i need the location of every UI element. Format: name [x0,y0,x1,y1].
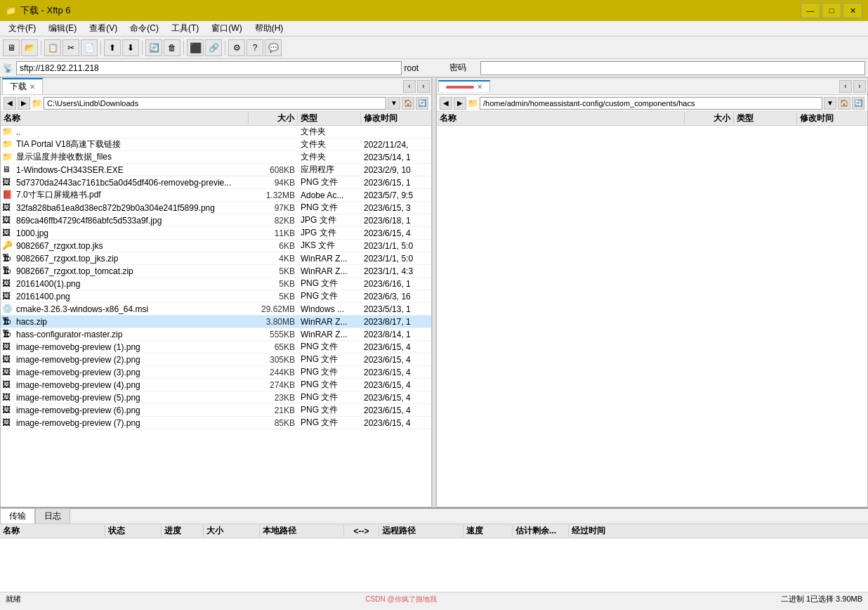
connect-button[interactable]: 🔗 [205,39,222,56]
settings-button[interactable]: ⚙ [228,39,245,56]
menu-command[interactable]: 命令(C) [124,21,164,36]
left-nav-prev[interactable]: ‹ [403,80,416,93]
right-col-type-header[interactable]: 类型 [734,112,797,124]
separator-1 [41,41,41,55]
left-file-item[interactable]: 🖼 20161400(1).png 5KB PNG 文件 2023/6/16, … [1,278,431,290]
left-refresh-btn[interactable]: 🔄 [416,97,428,110]
minimize-button[interactable]: — [801,3,820,18]
right-home-btn[interactable]: 🏠 [838,97,850,110]
left-home-btn[interactable]: 🏠 [402,97,414,110]
file-name: 32fa828ba61ea8d38ec872b29b0a304e241f5899… [15,203,249,213]
refresh-button[interactable]: 🔄 [145,39,162,56]
right-dropdown-btn[interactable]: ▼ [824,97,836,110]
right-forward-btn[interactable]: ▶ [454,97,466,110]
cut-button[interactable]: ✂ [63,39,79,56]
left-file-item[interactable]: 🖥 1-Windows-CH343SER.EXE 608KB 应用程序 2023… [1,164,431,176]
right-nav-prev[interactable]: ‹ [839,80,852,93]
right-col-size-header[interactable]: 大小 [685,112,734,124]
delete-button[interactable]: 🗑 [164,39,180,56]
left-file-item[interactable]: 🖼 image-removebg-preview (7).png 85KB PN… [1,417,431,429]
right-tab[interactable]: ✕ [438,80,490,92]
file-date: 2023/6/15, 3 [361,203,431,213]
file-name: 20161400.png [15,292,249,301]
left-file-item[interactable]: 🖼 20161400.png 5KB PNG 文件 2023/6/3, 16 [1,290,431,303]
right-col-name-header[interactable]: 名称 [437,112,685,124]
file-type: PNG 文件 [298,278,361,290]
paste-button[interactable]: 📄 [81,39,98,56]
file-icon: 💿 [2,304,13,315]
left-file-item[interactable]: 🖼 image-removebg-preview (6).png 21KB PN… [1,404,431,417]
bottom-tabs: 传输 日志 [0,509,868,524]
left-nav-next[interactable]: › [417,80,430,93]
bc-speed-header: 速度 [463,525,513,537]
close-button[interactable]: ✕ [843,3,862,18]
menu-window[interactable]: 窗口(W) [206,21,247,36]
open-button[interactable]: 📂 [21,39,38,56]
bc-name-header: 名称 [0,525,105,537]
menu-edit[interactable]: 编辑(E) [43,21,82,36]
right-col-date-header[interactable]: 修改时间 [797,112,867,124]
file-icon: 🖼 [2,177,13,188]
left-dropdown-btn[interactable]: ▼ [388,97,400,110]
left-file-item[interactable]: 🖼 1000.jpg 11KB JPG 文件 2023/6/15, 4 [1,227,431,240]
transfer-list [0,538,868,592]
file-type: PNG 文件 [298,417,361,429]
right-back-btn[interactable]: ◀ [440,97,452,110]
left-file-item[interactable]: 🗜 9082667_rzgxxt.top_jks.zip 4KB WinRAR … [1,252,431,265]
left-file-item[interactable]: 🗜 hass-configurator-master.zip 555KB Win… [1,328,431,341]
col-type-header[interactable]: 类型 [298,112,361,124]
menu-file[interactable]: 文件(F) [3,21,41,36]
left-file-item[interactable]: 🗜 9082667_rzgxxt.top_tomcat.zip 5KB WinR… [1,265,431,278]
password-input[interactable] [480,61,866,75]
left-file-item[interactable]: 📁 .. 文件夹 [1,126,431,138]
file-type: PNG 文件 [298,176,361,188]
menu-tools[interactable]: 工具(T) [166,21,204,36]
right-panel-nav: ‹ › [839,80,866,93]
left-forward-btn[interactable]: ▶ [18,97,30,110]
download-button[interactable]: ⬇ [122,39,139,56]
maximize-button[interactable]: □ [822,3,841,18]
sftp-address-input[interactable] [16,61,402,75]
left-file-item[interactable]: 🖼 image-removebg-preview (3).png 244KB P… [1,366,431,379]
file-size: 608KB [249,165,298,175]
left-back-btn[interactable]: ◀ [4,97,16,110]
right-nav-next[interactable]: › [853,80,866,93]
new-session-button[interactable]: 🖥 [3,39,20,56]
left-tab-download[interactable]: 下载 ✕ [2,78,43,94]
left-file-item[interactable]: 🖼 5d7370da2443ac7161bc5a0d45df406-remove… [1,176,431,189]
col-date-header[interactable]: 修改时间 [361,112,431,124]
transfer-tab[interactable]: 传输 [0,508,35,524]
left-file-item[interactable]: 💿 cmake-3.26.3-windows-x86_64.msi 29.62M… [1,303,431,316]
file-icon: 📕 [2,190,13,201]
log-tab[interactable]: 日志 [35,508,70,524]
help-btn[interactable]: ? [246,39,263,56]
right-path-input[interactable] [480,97,822,110]
right-refresh-btn[interactable]: 🔄 [852,97,864,110]
left-path-input[interactable] [44,97,386,110]
left-file-item[interactable]: 📁 TIA Portal V18高速下载链接 文件夹 2022/11/24, [1,138,431,151]
file-size: 21KB [249,405,298,415]
menu-help[interactable]: 帮助(H) [249,21,289,36]
left-file-item[interactable]: 🖼 869ca46ffb4729c4f86abfc5d533a9f.jpg 82… [1,214,431,227]
left-file-item[interactable]: 🖼 image-removebg-preview (4).png 274KB P… [1,379,431,391]
col-size-header[interactable]: 大小 [249,112,298,124]
left-file-item[interactable]: 🖼 image-removebg-preview (1).png 65KB PN… [1,341,431,353]
left-file-item[interactable]: 🖼 image-removebg-preview (5).png 23KB PN… [1,391,431,404]
left-file-item[interactable]: 📁 显示温度并接收数据_files 文件夹 2023/5/14, 1 [1,151,431,164]
upload-button[interactable]: ⬆ [104,39,121,56]
file-name: 20161400(1).png [15,279,249,289]
right-tab-close[interactable]: ✕ [477,83,482,91]
file-date: 2023/6/16, 1 [361,279,431,289]
chat-button[interactable]: 💬 [265,39,282,56]
left-file-item[interactable]: 🗜 hacs.zip 3.80MB WinRAR Z... 2023/8/17,… [1,316,431,328]
left-file-item[interactable]: 🔑 9082667_rzgxxt.top.jks 6KB JKS 文件 2023… [1,240,431,252]
left-file-item[interactable]: 📕 7.0寸车口屏规格书.pdf 1.32MB Adobe Ac... 2023… [1,189,431,202]
file-icon: 🖼 [2,392,13,403]
menu-view[interactable]: 查看(V) [84,21,123,36]
left-file-item[interactable]: 🖼 32fa828ba61ea8d38ec872b29b0a304e241f58… [1,202,431,214]
col-name-header[interactable]: 名称 [1,112,249,124]
left-tab-close[interactable]: ✕ [29,83,35,91]
copy-button[interactable]: 📋 [44,39,61,56]
left-file-item[interactable]: 🖼 image-removebg-preview (2).png 305KB P… [1,353,431,366]
stop-button[interactable]: ⬛ [187,39,204,56]
